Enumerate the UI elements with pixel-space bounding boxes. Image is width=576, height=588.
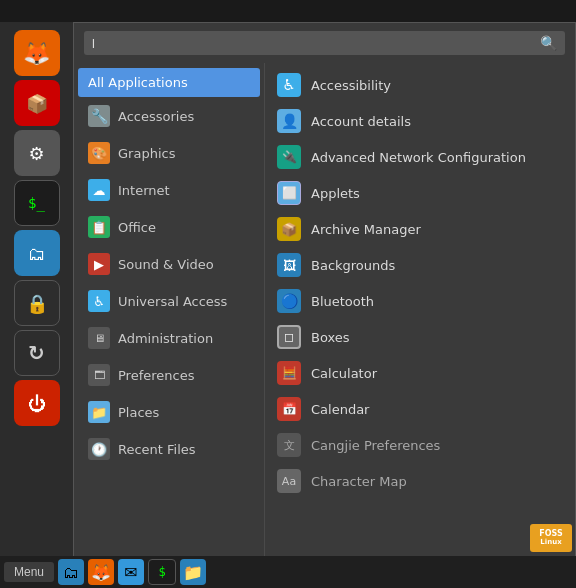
apps-list: ♿ Accessibility 👤 Account details 🔌 Adva… [264, 63, 575, 565]
cangjie-icon: 文 [277, 433, 301, 457]
internet-icon: ☁ [88, 179, 110, 201]
app-accessibility[interactable]: ♿ Accessibility [265, 67, 575, 103]
app-name: Bluetooth [311, 294, 374, 309]
calendar-icon: 📅 [277, 397, 301, 421]
calculator-icon: 🧮 [277, 361, 301, 385]
app-name: Advanced Network Configuration [311, 150, 526, 165]
taskbar-mail-icon[interactable]: ✉ [118, 559, 144, 585]
sidebar-icon-update[interactable]: ↻ [14, 330, 60, 376]
categories-panel: All Applications 🔧 Accessories 🎨 Graphic… [74, 63, 264, 565]
accessories-icon: 🔧 [88, 105, 110, 127]
archive-icon: 📦 [277, 217, 301, 241]
app-calendar[interactable]: 📅 Calendar [265, 391, 575, 427]
category-graphics[interactable]: 🎨 Graphics [78, 135, 260, 171]
sidebar-icon-app2[interactable]: ⚙ [14, 130, 60, 176]
category-all[interactable]: All Applications [78, 68, 260, 97]
category-internet[interactable]: ☁ Internet [78, 172, 260, 208]
category-universal-access[interactable]: ♿ Universal Access [78, 283, 260, 319]
sidebar-icon-files[interactable]: 🗂 [14, 230, 60, 276]
account-icon: 👤 [277, 109, 301, 133]
app-archive-manager[interactable]: 📦 Archive Manager [265, 211, 575, 247]
places-icon: 📁 [88, 401, 110, 423]
category-label: Office [118, 220, 156, 235]
app-character-map[interactable]: Aa Character Map [265, 463, 575, 499]
app-name: Cangjie Preferences [311, 438, 440, 453]
backgrounds-icon: 🖼 [277, 253, 301, 277]
category-label: Sound & Video [118, 257, 214, 272]
app-name: Account details [311, 114, 411, 129]
app-boxes[interactable]: ◻ Boxes [265, 319, 575, 355]
app-name: Backgrounds [311, 258, 395, 273]
app-name: Calendar [311, 402, 369, 417]
app-name: Calculator [311, 366, 377, 381]
app-account-details[interactable]: 👤 Account details [265, 103, 575, 139]
sidebar: 🦊 📦 ⚙ $_ 🗂 🔒 ↻ ⏻ [0, 22, 73, 566]
category-label: Places [118, 405, 159, 420]
sidebar-icon-app1[interactable]: 📦 [14, 80, 60, 126]
menu-button[interactable]: Menu [4, 562, 54, 582]
search-input[interactable] [92, 36, 540, 51]
sidebar-icon-terminal[interactable]: $_ [14, 180, 60, 226]
taskbar-files-icon[interactable]: 🗂 [58, 559, 84, 585]
sidebar-icon-firefox[interactable]: 🦊 [14, 30, 60, 76]
category-label: All Applications [88, 75, 188, 90]
app-name: Accessibility [311, 78, 391, 93]
app-name: Boxes [311, 330, 350, 345]
network-icon: 🔌 [277, 145, 301, 169]
menu-panel: 🔍 All Applications 🔧 Accessories 🎨 Graph… [73, 22, 576, 566]
search-wrapper[interactable]: 🔍 [84, 31, 565, 55]
category-places[interactable]: 📁 Places [78, 394, 260, 430]
category-office[interactable]: 📋 Office [78, 209, 260, 245]
category-accessories[interactable]: 🔧 Accessories [78, 98, 260, 134]
app-name: Character Map [311, 474, 407, 489]
preferences-icon: 🗔 [88, 364, 110, 386]
category-label: Graphics [118, 146, 175, 161]
category-label: Internet [118, 183, 170, 198]
category-label: Universal Access [118, 294, 227, 309]
category-sound-video[interactable]: ▶ Sound & Video [78, 246, 260, 282]
category-recent-files[interactable]: 🕐 Recent Files [78, 431, 260, 467]
sidebar-icon-lock[interactable]: 🔒 [14, 280, 60, 326]
app-backgrounds[interactable]: 🖼 Backgrounds [265, 247, 575, 283]
app-calculator[interactable]: 🧮 Calculator [265, 355, 575, 391]
sound-video-icon: ▶ [88, 253, 110, 275]
category-label: Accessories [118, 109, 194, 124]
category-label: Recent Files [118, 442, 196, 457]
administration-icon: 🖥 [88, 327, 110, 349]
graphics-icon: 🎨 [88, 142, 110, 164]
accessibility-icon: ♿ [277, 73, 301, 97]
category-label: Preferences [118, 368, 194, 383]
taskbar-firefox-icon[interactable]: 🦊 [88, 559, 114, 585]
office-icon: 📋 [88, 216, 110, 238]
search-icon: 🔍 [540, 35, 557, 51]
foss-line2: Linux [540, 539, 561, 547]
taskbar-folder-icon[interactable]: 📁 [180, 559, 206, 585]
recent-files-icon: 🕐 [88, 438, 110, 460]
taskbar: Menu 🗂 🦊 ✉ $ 📁 [0, 556, 576, 588]
boxes-icon: ◻ [277, 325, 301, 349]
app-name: Applets [311, 186, 360, 201]
app-name: Archive Manager [311, 222, 421, 237]
foss-badge: FOSS Linux [530, 524, 572, 552]
universal-access-icon: ♿ [88, 290, 110, 312]
app-advanced-network[interactable]: 🔌 Advanced Network Configuration [265, 139, 575, 175]
search-bar: 🔍 [74, 23, 575, 63]
applets-icon: ⬜ [277, 181, 301, 205]
category-label: Administration [118, 331, 213, 346]
app-cangjie-prefs[interactable]: 文 Cangjie Preferences [265, 427, 575, 463]
app-bluetooth[interactable]: 🔵 Bluetooth [265, 283, 575, 319]
sidebar-icon-power[interactable]: ⏻ [14, 380, 60, 426]
top-bar [0, 0, 576, 22]
bluetooth-icon: 🔵 [277, 289, 301, 313]
category-preferences[interactable]: 🗔 Preferences [78, 357, 260, 393]
content-area: All Applications 🔧 Accessories 🎨 Graphic… [74, 63, 575, 565]
character-map-icon: Aa [277, 469, 301, 493]
app-applets[interactable]: ⬜ Applets [265, 175, 575, 211]
category-administration[interactable]: 🖥 Administration [78, 320, 260, 356]
taskbar-terminal-icon[interactable]: $ [148, 559, 176, 585]
